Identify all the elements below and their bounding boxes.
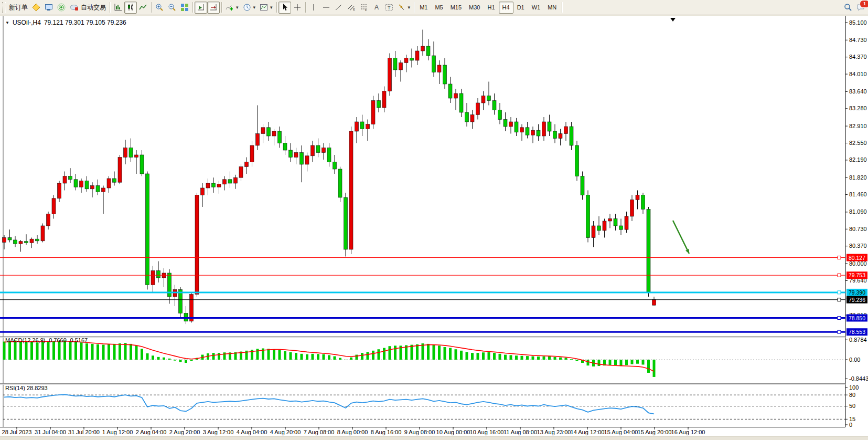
trendline-icon bbox=[335, 3, 343, 12]
svg-text:80.730: 80.730 bbox=[849, 226, 867, 232]
svg-text:79.753: 79.753 bbox=[849, 272, 865, 278]
toolbar-separator bbox=[110, 2, 110, 13]
zoom-in-icon bbox=[155, 3, 164, 12]
timeframe-M30[interactable]: M30 bbox=[465, 2, 484, 14]
trading-terminal: { "toolbar": { "new_order_label": "新订单",… bbox=[0, 0, 868, 440]
timeframe-H4[interactable]: H4 bbox=[499, 2, 513, 14]
svg-text:10 Aug 16:00: 10 Aug 16:00 bbox=[470, 429, 504, 435]
crosshair-tool-button[interactable] bbox=[291, 2, 304, 14]
svg-text:82.910: 82.910 bbox=[849, 123, 867, 129]
svg-text:T: T bbox=[388, 5, 391, 11]
symbol-dropdown-icon[interactable]: ▼ bbox=[5, 20, 9, 25]
notifications-button[interactable]: 1 bbox=[854, 2, 867, 14]
svg-text:0.8784: 0.8784 bbox=[849, 337, 867, 343]
svg-text:7 Aug 08:00: 7 Aug 08:00 bbox=[304, 429, 335, 435]
text-icon: A bbox=[372, 3, 381, 12]
candlestick-chart-icon bbox=[126, 3, 135, 12]
line-chart-icon bbox=[139, 3, 147, 12]
timeframe-M5[interactable]: M5 bbox=[431, 2, 446, 14]
vertical-line-tool-button[interactable] bbox=[307, 2, 320, 14]
svg-text:E: E bbox=[353, 8, 355, 11]
data-window-icon[interactable] bbox=[42, 2, 55, 14]
svg-text:10 Aug 00:00: 10 Aug 00:00 bbox=[436, 429, 470, 435]
timeframe-MN[interactable]: MN bbox=[544, 2, 560, 14]
fibonacci-tool-button[interactable]: F bbox=[358, 2, 370, 14]
svg-text:4 Aug 20:00: 4 Aug 20:00 bbox=[270, 429, 301, 435]
svg-text:1 Aug 12:00: 1 Aug 12:00 bbox=[102, 429, 133, 435]
timeframe-W1[interactable]: W1 bbox=[528, 2, 544, 14]
svg-text:15 Aug 20:00: 15 Aug 20:00 bbox=[638, 429, 672, 435]
bar-chart-type-button[interactable] bbox=[112, 2, 124, 14]
svg-text:82.190: 82.190 bbox=[849, 156, 867, 163]
search-button[interactable] bbox=[842, 2, 854, 14]
svg-text:9 Aug 08:00: 9 Aug 08:00 bbox=[404, 429, 435, 435]
equidistant-channel-tool-button[interactable]: E bbox=[345, 2, 358, 14]
auto-trading-button[interactable]: 自动交易 bbox=[68, 2, 108, 14]
metaquotes-icon[interactable] bbox=[30, 2, 42, 14]
svg-text:2 Aug 04:00: 2 Aug 04:00 bbox=[136, 429, 167, 435]
timeframe-D1[interactable]: D1 bbox=[513, 2, 528, 14]
zoom-in-button[interactable] bbox=[153, 2, 166, 14]
svg-text:84.730: 84.730 bbox=[849, 37, 867, 43]
svg-text:78.850: 78.850 bbox=[849, 315, 865, 321]
text-label-tool-button[interactable]: T bbox=[383, 2, 395, 14]
cursor-arrow-icon bbox=[281, 3, 289, 12]
bar-chart-icon bbox=[114, 3, 122, 12]
svg-text:15 Aug 04:00: 15 Aug 04:00 bbox=[604, 429, 638, 435]
svg-text:100: 100 bbox=[849, 384, 859, 391]
horizontal-line-tool-button[interactable] bbox=[320, 2, 333, 14]
svg-text:F: F bbox=[365, 8, 367, 12]
timeframe-H1[interactable]: H1 bbox=[484, 2, 499, 14]
auto-trading-label: 自动交易 bbox=[81, 3, 106, 12]
signals-icon[interactable] bbox=[55, 2, 68, 14]
svg-text:50: 50 bbox=[849, 403, 855, 409]
svg-text:31 Jul 04:00: 31 Jul 04:00 bbox=[35, 429, 66, 435]
svg-text:80.127: 80.127 bbox=[849, 255, 865, 261]
toolbar-separator bbox=[305, 2, 306, 13]
tile-windows-button[interactable] bbox=[178, 2, 191, 14]
timeframe-M1[interactable]: M1 bbox=[416, 2, 431, 14]
new-order-label: 新订单 bbox=[9, 3, 28, 12]
svg-text:83.280: 83.280 bbox=[849, 105, 867, 111]
toolbar-separator bbox=[276, 2, 277, 13]
line-chart-type-button[interactable] bbox=[137, 2, 149, 14]
toolbar-separator bbox=[414, 2, 414, 13]
auto-scroll-button[interactable] bbox=[195, 2, 207, 14]
toolbar-separator bbox=[562, 2, 562, 13]
templates-button[interactable]: ▾ bbox=[258, 2, 275, 14]
candlestick-chart-type-button[interactable] bbox=[124, 2, 137, 14]
svg-text:0.00: 0.00 bbox=[849, 357, 860, 363]
auto-scroll-icon bbox=[197, 3, 205, 12]
chart-ohlc-values: 79.121 79.301 79.105 79.236 bbox=[44, 19, 126, 26]
svg-text:84.370: 84.370 bbox=[849, 54, 867, 60]
clock-icon bbox=[243, 3, 251, 12]
auto-trading-cloud-icon bbox=[70, 3, 79, 12]
svg-text:3 Aug 12:00: 3 Aug 12:00 bbox=[203, 429, 234, 435]
fibonacci-icon: F bbox=[360, 3, 368, 12]
search-icon bbox=[844, 3, 852, 12]
svg-text:13 Aug 23:00: 13 Aug 23:00 bbox=[537, 429, 571, 435]
chart-canvas[interactable]: 85.10084.73084.37084.01083.64083.28082.9… bbox=[0, 16, 868, 436]
toolbar-separator bbox=[221, 2, 222, 13]
svg-text:80.370: 80.370 bbox=[849, 243, 867, 249]
svg-text:-0.8443: -0.8443 bbox=[849, 375, 868, 382]
arrows-tool-button[interactable]: ▾ bbox=[395, 2, 413, 14]
svg-text:8 Aug 00:00: 8 Aug 00:00 bbox=[337, 429, 368, 435]
trendline-tool-button[interactable] bbox=[333, 2, 345, 14]
toolbar-separator bbox=[192, 2, 193, 13]
cursor-tool-button[interactable] bbox=[278, 2, 291, 14]
indicators-button[interactable]: ▾ bbox=[223, 2, 241, 14]
toolbar-grip bbox=[2, 2, 6, 13]
svg-text:0: 0 bbox=[849, 422, 852, 428]
chart-shift-button[interactable] bbox=[207, 2, 220, 14]
vertical-line-icon bbox=[309, 3, 318, 12]
text-tool-button[interactable]: A bbox=[370, 2, 383, 14]
indicators-icon bbox=[226, 3, 234, 12]
chevron-down-icon: ▾ bbox=[236, 5, 239, 10]
timeframe-M15[interactable]: M15 bbox=[447, 2, 465, 14]
chart-title: ▼ USOil-,H4 79.121 79.301 79.105 79.236 bbox=[5, 19, 126, 26]
new-order-button[interactable]: 新订单 bbox=[7, 2, 30, 14]
macd-indicator-label: MACD(12,26,9) -0.7660 -0.5167 bbox=[5, 337, 88, 343]
zoom-out-button[interactable] bbox=[166, 2, 178, 14]
periods-button[interactable]: ▾ bbox=[241, 2, 258, 14]
